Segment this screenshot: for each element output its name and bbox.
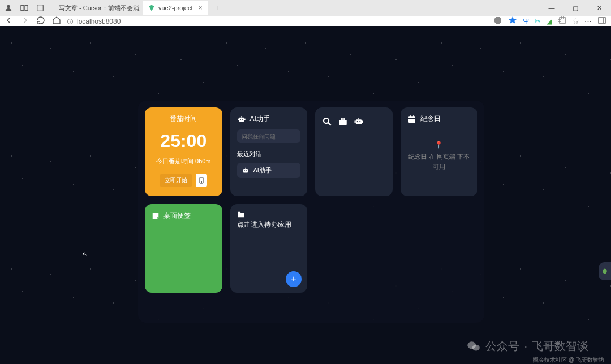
folder-icon	[237, 211, 245, 218]
note-icon	[152, 212, 160, 220]
svg-rect-25	[341, 118, 345, 120]
svg-rect-16	[238, 118, 239, 120]
pomodoro-start-button[interactable]: 立即开始	[160, 174, 192, 187]
minimize-button[interactable]: —	[540, 0, 563, 16]
ai-input-field[interactable]	[242, 133, 308, 140]
favorite-icon[interactable]	[508, 16, 517, 27]
ai-recent-item-label: AI助手	[253, 166, 272, 175]
ai-title: AI助手	[250, 114, 270, 124]
tab-2-favicon	[148, 5, 155, 11]
sticky-title: 桌面便签	[163, 211, 191, 220]
favorites-bar-icon[interactable]: ✩	[573, 17, 579, 25]
pomodoro-title: 番茄时间	[170, 114, 197, 124]
svg-rect-30	[355, 121, 356, 123]
svg-rect-32	[408, 116, 415, 123]
wechat-icon	[466, 339, 481, 354]
profile-icon[interactable]	[5, 4, 12, 12]
svg-point-0	[7, 5, 10, 8]
anniversary-title: 纪念日	[420, 114, 441, 124]
todo-add-button[interactable]: +	[286, 271, 302, 287]
svg-rect-29	[358, 118, 359, 119]
svg-rect-7	[560, 18, 565, 23]
svg-rect-1	[21, 6, 24, 11]
svg-rect-12	[239, 117, 244, 121]
tab-2[interactable]: vue2-project ×	[143, 1, 208, 15]
ai-widget[interactable]: AI助手 → 最近对话 AI助手	[230, 107, 308, 196]
ai-recent-item[interactable]: AI助手	[237, 163, 301, 178]
menu-icon[interactable]: ⋯	[584, 17, 592, 25]
svg-point-28	[359, 121, 360, 122]
workspaces-icon[interactable]	[20, 4, 28, 12]
tab-bar: 写文章 - Cursor：前端不会消失， × vue2-project × + …	[0, 0, 611, 16]
forward-button	[20, 16, 29, 27]
browser-chrome: 写文章 - Cursor：前端不会消失， × vue2-project × + …	[0, 0, 611, 26]
widget-dashboard: 番茄时间 25:00 今日番茄时间 0h0m 立即开始 AI助手 → 最近对话 …	[138, 101, 484, 323]
svg-point-20	[246, 170, 247, 171]
svg-rect-17	[244, 118, 245, 120]
svg-rect-26	[356, 119, 362, 124]
refresh-button[interactable]	[36, 16, 45, 27]
briefcase-icon[interactable]	[338, 116, 348, 127]
tab-actions-icon[interactable]	[36, 4, 44, 12]
svg-rect-21	[245, 167, 246, 168]
tab-1[interactable]: 写文章 - Cursor：前端不会消失， ×	[50, 1, 140, 15]
ext-4-icon[interactable]	[558, 16, 567, 27]
adblock-icon[interactable]	[493, 16, 502, 27]
ext-3-icon[interactable]: ◢	[547, 17, 552, 25]
svg-rect-2	[25, 6, 28, 11]
ai-recent-label: 最近对话	[237, 150, 301, 158]
ext-2-icon[interactable]: ✂	[535, 17, 541, 25]
page-content: 番茄时间 25:00 今日番茄时间 0h0m 立即开始 AI助手 → 最近对话 …	[0, 26, 611, 364]
svg-point-37	[472, 344, 480, 350]
svg-point-19	[244, 170, 245, 171]
ext-1-icon[interactable]: Ψ	[523, 17, 529, 25]
close-window-button[interactable]: ✕	[587, 0, 611, 16]
todo-title: 点击进入待办应用	[237, 220, 291, 229]
address-bar: localhost:8080 Ψ ✂ ◢ ✩ ⋯	[0, 16, 611, 27]
search-widget[interactable]	[315, 107, 393, 196]
pomodoro-expand-button[interactable]	[196, 174, 207, 187]
pomodoro-widget[interactable]: 番茄时间 25:00 今日番茄时间 0h0m 立即开始	[145, 107, 222, 196]
new-tab-button[interactable]: +	[210, 3, 224, 12]
side-drawer-tab[interactable]	[599, 262, 611, 280]
svg-rect-15	[241, 116, 242, 118]
svg-point-22	[324, 118, 329, 123]
anniversary-widget[interactable]: 纪念日 📍 纪念日 在 网页端 下不可用	[401, 107, 478, 196]
robot-small-icon	[242, 167, 249, 175]
ai-input-box[interactable]: →	[237, 129, 301, 143]
svg-line-23	[328, 123, 331, 125]
tab-2-close[interactable]: ×	[199, 4, 203, 12]
robot-alt-icon[interactable]	[354, 116, 364, 127]
watermark-sep: ·	[524, 340, 527, 353]
svg-rect-24	[339, 120, 347, 125]
url-text: localhost:8080	[77, 18, 121, 25]
svg-point-27	[357, 121, 358, 122]
tab-1-title: 写文章 - Cursor：前端不会消失，	[59, 4, 140, 12]
svg-marker-6	[494, 17, 501, 24]
tab-2-title: vue2-project	[158, 5, 193, 11]
pomodoro-today: 今日番茄时间 0h0m	[156, 157, 211, 166]
svg-point-13	[240, 119, 241, 120]
url-input[interactable]: localhost:8080	[67, 18, 488, 25]
todo-widget[interactable]: 点击进入待办应用 +	[230, 204, 308, 293]
back-button[interactable]	[5, 16, 14, 27]
maximize-button[interactable]: ▢	[563, 0, 587, 16]
anniversary-message: 纪念日 在 网页端 下不可用	[407, 152, 471, 172]
calendar-icon	[407, 115, 416, 124]
svg-rect-8	[599, 18, 605, 23]
watermark-label: 公众号	[485, 339, 519, 354]
pin-icon: 📍	[407, 141, 471, 149]
watermark-name: 飞哥数智谈	[532, 339, 588, 354]
svg-rect-31	[362, 121, 363, 123]
sidebar-toggle-icon[interactable]	[597, 16, 606, 27]
info-icon	[67, 18, 74, 25]
magnifier-icon[interactable]	[322, 116, 332, 127]
svg-rect-18	[243, 169, 247, 172]
svg-point-11	[201, 181, 202, 183]
home-button[interactable]	[52, 16, 61, 27]
credit-text: 掘金技术社区 @ 飞哥数智坊	[533, 356, 604, 364]
svg-rect-3	[37, 5, 44, 11]
sticky-widget[interactable]: 桌面便签	[145, 204, 222, 293]
robot-icon	[237, 115, 246, 124]
svg-point-14	[242, 119, 243, 120]
